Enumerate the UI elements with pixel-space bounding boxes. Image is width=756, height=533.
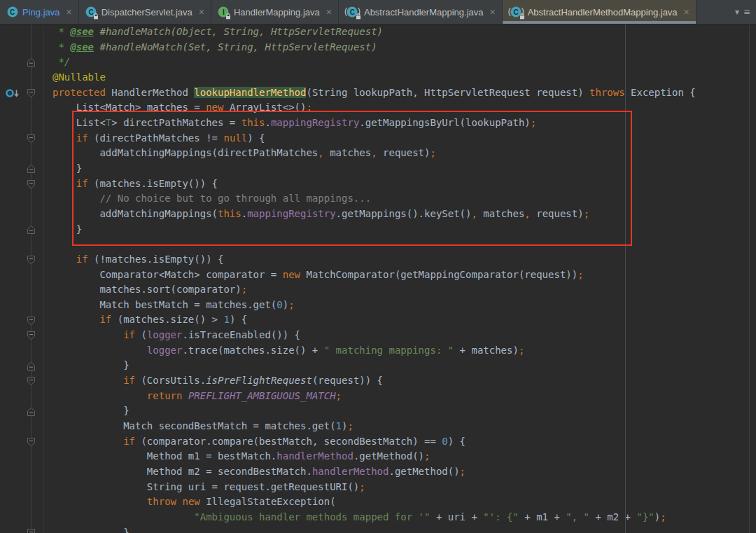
code-line: matches.sort(comparator);	[0, 282, 756, 298]
code-line: protected HandlerMethod lookupHandlerMet…	[0, 85, 756, 101]
ide-window: CPing.java×CDispatcherServlet.java×IHand…	[0, 0, 756, 533]
fold-marker-down-icon[interactable]	[27, 134, 36, 144]
close-icon[interactable]: ×	[199, 7, 204, 17]
code-line: Match bestMatch = matches.get(0);	[0, 298, 756, 313]
tab-bar-actions: ▾ ≡	[729, 0, 756, 24]
tab-label: AbstractHandlerMethodMapping.java	[528, 7, 678, 18]
code-line: }	[0, 222, 756, 237]
fold-marker-up-icon[interactable]	[27, 225, 36, 235]
code-line: }	[0, 403, 756, 419]
tab-handlermapping-java[interactable]: IHandlerMapping.java×	[211, 0, 339, 24]
code-line: @Nullable	[0, 70, 756, 85]
fold-marker-down-icon[interactable]	[27, 179, 36, 189]
code-line: }	[0, 358, 756, 373]
code-text-area[interactable]: * @see #handleMatch(Object, String, Http…	[0, 25, 756, 533]
fold-marker-up-icon[interactable]	[27, 361, 36, 371]
editor-tab-bar: CPing.java×CDispatcherServlet.java×IHand…	[0, 0, 756, 25]
abstract-class-icon: ()C	[509, 6, 524, 18]
code-line	[0, 237, 756, 252]
code-editor[interactable]: * @see #handleMatch(Object, String, Http…	[0, 25, 756, 533]
close-icon[interactable]: ×	[326, 7, 332, 17]
tab-ping-java[interactable]: CPing.java×	[0, 0, 79, 24]
tab-label: HandlerMapping.java	[234, 7, 320, 18]
editor-list-menu-icon[interactable]: ≡	[743, 7, 750, 17]
tab-label: Ping.java	[22, 7, 59, 18]
fold-marker-down-icon[interactable]	[27, 376, 36, 386]
fold-marker-down-icon[interactable]	[27, 316, 36, 326]
tab-label: DispatcherServlet.java	[102, 7, 192, 18]
close-icon[interactable]: ×	[66, 7, 71, 17]
fold-marker-up-icon[interactable]	[27, 407, 36, 417]
code-line: }	[0, 161, 756, 176]
code-line: Method m1 = bestMatch.handlerMethod.getM…	[0, 449, 756, 464]
code-line: if (matches.isEmpty()) {	[0, 176, 756, 192]
code-line: logger.trace(matches.size() + " matching…	[0, 343, 756, 359]
code-line: if (logger.isTraceEnabled()) {	[0, 328, 756, 343]
code-line: if (CorsUtils.isPreFlightRequest(request…	[0, 373, 756, 389]
code-line: // No choice but to go through all mappi…	[0, 191, 756, 207]
fold-marker-down-icon[interactable]	[27, 437, 36, 447]
code-line: return PREFLIGHT_AMBIGUOUS_MATCH;	[0, 389, 756, 404]
tab-label: AbstractHandlerMapping.java	[364, 7, 484, 18]
code-line: if (matches.size() > 1) {	[0, 312, 756, 328]
code-line: addMatchingMappings(directPathMatches, m…	[0, 146, 756, 161]
code-line: Match secondBestMatch = matches.get(1);	[0, 419, 756, 434]
tab-abstracthandlermapping-java[interactable]: ()CAbstractHandlerMapping.java×	[339, 0, 503, 24]
fold-marker-down-icon[interactable]	[27, 255, 36, 265]
code-line: Comparator<Match> comparator = new Match…	[0, 268, 756, 283]
tab-abstracthandlermethodmapping-java[interactable]: ()CAbstractHandlerMethodMapping.java×	[503, 0, 696, 24]
code-line: throw new IllegalStateException(	[0, 494, 756, 510]
fold-marker-down-icon[interactable]	[27, 528, 36, 533]
code-line: if (comparator.compare(bestMatch, second…	[0, 434, 756, 450]
code-line: "Ambiguous handler methods mapped for '"…	[0, 510, 756, 525]
code-line: if (directPathMatches != null) {	[0, 131, 756, 146]
fold-marker-up-icon[interactable]	[27, 164, 36, 174]
class-icon: C	[6, 6, 18, 18]
hard-wrap-guide	[625, 25, 626, 533]
abstract-class-icon: ()C	[345, 6, 360, 18]
code-line: String uri = request.getRequestURI();	[0, 480, 756, 495]
chevron-down-icon[interactable]: ▾	[735, 7, 739, 17]
code-line: List<T> directPathMatches = this.mapping…	[0, 116, 756, 131]
interface-icon: I	[218, 6, 230, 18]
code-line: */	[0, 55, 756, 70]
close-icon[interactable]: ×	[684, 7, 690, 17]
code-line: * @see #handleNoMatch(Set, String, HttpS…	[0, 40, 756, 55]
scrollbar-track[interactable]	[749, 25, 750, 533]
code-line: List<Match> matches = new ArrayList<>();	[0, 100, 756, 116]
fold-marker-up-icon[interactable]	[27, 57, 36, 67]
fold-marker-down-icon[interactable]	[27, 331, 36, 340]
code-line: Method m2 = secondBestMatch.handlerMetho…	[0, 464, 756, 480]
code-line: addMatchingMappings(this.mappingRegistry…	[0, 207, 756, 222]
fold-marker-down-icon[interactable]	[27, 88, 36, 98]
code-line: }	[0, 525, 756, 533]
close-icon[interactable]: ×	[490, 7, 496, 17]
class-icon: C	[85, 6, 97, 18]
overridden-method-gutter-icon[interactable]	[4, 88, 22, 99]
code-line: * @see #handleMatch(Object, String, Http…	[0, 25, 756, 40]
code-line: if (!matches.isEmpty()) {	[0, 252, 756, 268]
tab-dispatcherservlet-java[interactable]: CDispatcherServlet.java×	[79, 0, 211, 24]
